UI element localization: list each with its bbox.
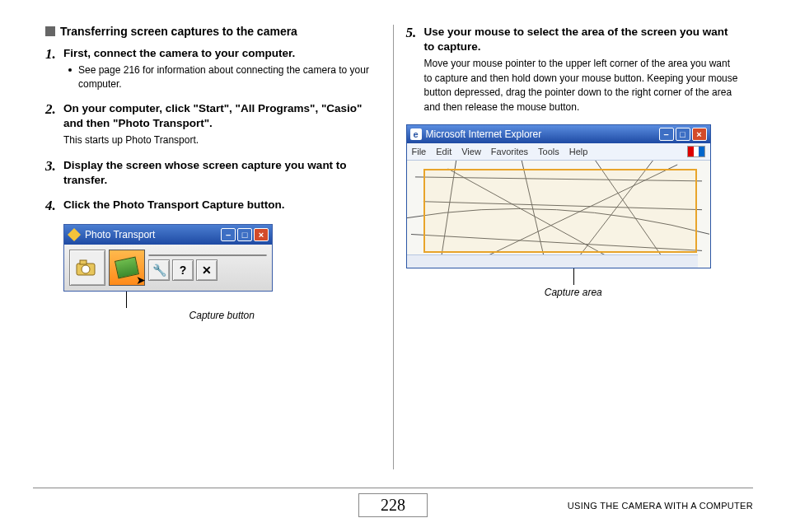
minimize-button[interactable]: – — [659, 128, 674, 141]
step-body: Display the screen whose screen capture … — [63, 158, 381, 188]
dot-icon — [68, 68, 72, 72]
pt-titlebar: Photo Transport – □ × — [64, 225, 272, 245]
section-header: Transferring screen captures to the came… — [45, 25, 381, 38]
step-5: 5. Use your mouse to select the area of … — [406, 25, 742, 114]
step-bullet: See page 216 for information about conne… — [63, 63, 381, 91]
ie-window-title: Microsoft Internet Explorer — [426, 128, 542, 140]
menu-edit[interactable]: Edit — [436, 147, 451, 156]
caption-capture-area: Capture area — [406, 287, 742, 298]
step-3: 3. Display the screen whose screen captu… — [45, 158, 381, 188]
page-content: Transferring screen captures to the came… — [0, 0, 786, 461]
pt-app-icon — [68, 228, 81, 241]
ie-menubar: File Edit View Favorites Tools Help — [407, 143, 710, 161]
step-title: First, connect the camera to your comput… — [63, 46, 381, 61]
step-title: Use your mouse to select the area of the… — [424, 25, 742, 54]
photo-transport-window: Photo Transport – □ × — [63, 224, 273, 292]
horizontal-scrollbar[interactable] — [407, 254, 698, 268]
ie-app-icon: e — [410, 128, 422, 140]
ie-content-area[interactable] — [407, 161, 710, 268]
section-title: Transferring screen captures to the came… — [60, 25, 297, 38]
progress-track — [148, 254, 267, 256]
step-number: 3. — [45, 158, 63, 188]
step-number: 2. — [45, 101, 63, 148]
svg-point-1 — [82, 265, 90, 273]
footer-label: USING THE CAMERA WITH A COMPUTER — [568, 501, 753, 511]
settings-button[interactable]: 🔧 — [148, 259, 170, 281]
help-icon: ? — [180, 264, 187, 277]
ie-window: e Microsoft Internet Explorer – □ × File… — [406, 124, 711, 268]
step-title: On your computer, click "Start", "All Pr… — [63, 101, 381, 131]
maximize-button[interactable]: □ — [237, 228, 252, 241]
maximize-button[interactable]: □ — [676, 128, 690, 141]
step-body: First, connect the camera to your comput… — [63, 46, 381, 91]
step-title: Click the Photo Transport Capture button… — [63, 198, 381, 212]
svg-rect-2 — [80, 260, 87, 264]
step-number: 5. — [406, 25, 424, 114]
menu-favorites[interactable]: Favorites — [491, 147, 528, 156]
capture-button[interactable]: ➤ — [109, 250, 145, 286]
close-button[interactable]: × — [692, 128, 707, 141]
menu-view[interactable]: View — [461, 147, 481, 156]
windows-flag-icon — [687, 146, 705, 157]
step-4: 4. Click the Photo Transport Capture but… — [45, 198, 381, 214]
step-desc: Move your mouse pointer to the upper lef… — [424, 57, 742, 114]
step-title: Display the screen whose screen capture … — [63, 158, 381, 188]
camera-button[interactable] — [69, 250, 105, 286]
close-button[interactable]: × — [254, 228, 269, 241]
caption-capture-button: Capture button — [63, 310, 381, 321]
step-body: Click the Photo Transport Capture button… — [63, 198, 381, 214]
ie-figure: e Microsoft Internet Explorer – □ × File… — [406, 124, 742, 298]
menu-help[interactable]: Help — [569, 147, 588, 156]
x-icon: ✕ — [202, 264, 212, 277]
capture-selection-rectangle — [423, 169, 697, 253]
step-1: 1. First, connect the camera to your com… — [45, 46, 381, 91]
step-body: Use your mouse to select the area of the… — [424, 25, 742, 114]
wrench-icon: 🔧 — [152, 264, 166, 277]
help-button[interactable]: ? — [172, 259, 194, 281]
square-bullet-icon — [45, 26, 55, 36]
step-number: 4. — [45, 198, 63, 214]
step-number: 1. — [45, 46, 63, 91]
step-desc: This starts up Photo Transport. — [63, 133, 381, 147]
cursor-icon: ➤ — [136, 273, 146, 287]
ie-titlebar: e Microsoft Internet Explorer – □ × — [407, 125, 710, 143]
menu-tools[interactable]: Tools — [538, 147, 559, 156]
exit-button[interactable]: ✕ — [196, 259, 218, 281]
step-2: 2. On your computer, click "Start", "All… — [45, 101, 381, 148]
right-column: 5. Use your mouse to select the area of … — [394, 25, 754, 453]
minimize-button[interactable]: – — [221, 228, 236, 241]
page-number: 228 — [358, 493, 428, 517]
camera-icon — [75, 257, 100, 278]
pt-toolbar: ➤ 🔧 ? ✕ — [64, 245, 272, 291]
pt-window-title: Photo Transport — [85, 229, 155, 240]
photo-transport-figure: Photo Transport – □ × — [63, 224, 381, 321]
bullet-text: See page 216 for information about conne… — [78, 63, 381, 91]
step-body: On your computer, click "Start", "All Pr… — [63, 101, 381, 148]
page-footer: 228 USING THE CAMERA WITH A COMPUTER — [33, 488, 753, 517]
menu-file[interactable]: File — [412, 147, 427, 156]
left-column: Transferring screen captures to the came… — [33, 25, 393, 453]
